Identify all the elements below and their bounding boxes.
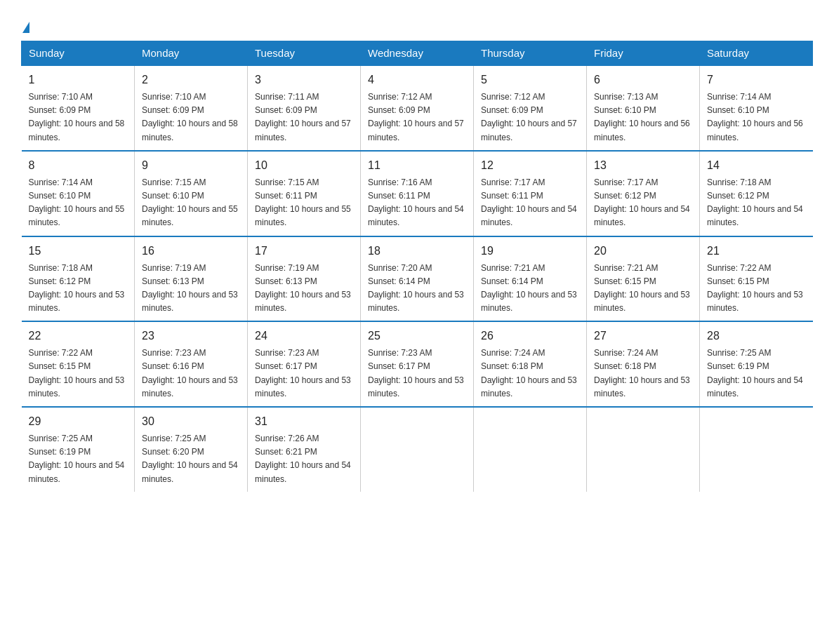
day-number: 4 (368, 72, 466, 88)
day-number: 20 (594, 243, 692, 260)
day-number: 31 (255, 413, 353, 430)
day-number: 30 (142, 413, 240, 430)
calendar-cell: 14 Sunrise: 7:18 AMSunset: 6:12 PMDaylig… (700, 151, 813, 236)
day-info: Sunrise: 7:10 AMSunset: 6:09 PMDaylight:… (142, 92, 238, 142)
calendar-cell: 4 Sunrise: 7:12 AMSunset: 6:09 PMDayligh… (361, 65, 474, 151)
calendar-table: Sunday Monday Tuesday Wednesday Thursday… (21, 41, 813, 492)
day-info: Sunrise: 7:25 AMSunset: 6:19 PMDaylight:… (29, 434, 125, 484)
calendar-cell: 26 Sunrise: 7:24 AMSunset: 6:18 PMDaylig… (474, 321, 587, 407)
calendar-body: 1 Sunrise: 7:10 AMSunset: 6:09 PMDayligh… (22, 65, 813, 492)
calendar-week-row: 22 Sunrise: 7:22 AMSunset: 6:15 PMDaylig… (22, 321, 813, 407)
day-info: Sunrise: 7:13 AMSunset: 6:10 PMDaylight:… (594, 92, 690, 142)
calendar-week-row: 8 Sunrise: 7:14 AMSunset: 6:10 PMDayligh… (22, 151, 813, 236)
logo (21, 14, 29, 34)
day-info: Sunrise: 7:12 AMSunset: 6:09 PMDaylight:… (368, 92, 464, 142)
day-info: Sunrise: 7:15 AMSunset: 6:10 PMDaylight:… (142, 177, 238, 228)
day-info: Sunrise: 7:22 AMSunset: 6:15 PMDaylight:… (29, 348, 125, 398)
day-number: 27 (594, 328, 692, 344)
calendar-cell: 7 Sunrise: 7:14 AMSunset: 6:10 PMDayligh… (700, 65, 813, 151)
day-info: Sunrise: 7:22 AMSunset: 6:15 PMDaylight:… (707, 263, 803, 314)
day-number: 13 (594, 157, 692, 174)
day-number: 19 (481, 243, 579, 260)
day-info: Sunrise: 7:15 AMSunset: 6:11 PMDaylight:… (255, 177, 351, 228)
day-info: Sunrise: 7:17 AMSunset: 6:12 PMDaylight:… (594, 177, 690, 228)
calendar-cell (474, 407, 587, 492)
day-number: 7 (707, 72, 806, 88)
day-info: Sunrise: 7:10 AMSunset: 6:09 PMDaylight:… (29, 92, 125, 142)
calendar-cell: 19 Sunrise: 7:21 AMSunset: 6:14 PMDaylig… (474, 236, 587, 322)
day-number: 9 (142, 157, 240, 174)
col-thursday: Thursday (474, 41, 587, 66)
calendar-cell: 18 Sunrise: 7:20 AMSunset: 6:14 PMDaylig… (361, 236, 474, 322)
col-sunday: Sunday (22, 41, 135, 66)
day-info: Sunrise: 7:16 AMSunset: 6:11 PMDaylight:… (368, 177, 464, 228)
day-number: 6 (594, 72, 692, 88)
logo-top-row (21, 14, 29, 34)
day-number: 21 (707, 243, 806, 260)
calendar-cell: 30 Sunrise: 7:25 AMSunset: 6:20 PMDaylig… (135, 407, 248, 492)
day-number: 23 (142, 328, 240, 344)
day-number: 5 (481, 72, 579, 88)
calendar-cell: 24 Sunrise: 7:23 AMSunset: 6:17 PMDaylig… (248, 321, 361, 407)
day-info: Sunrise: 7:21 AMSunset: 6:14 PMDaylight:… (481, 263, 577, 314)
day-number: 28 (707, 328, 806, 344)
calendar-cell: 31 Sunrise: 7:26 AMSunset: 6:21 PMDaylig… (248, 407, 361, 492)
calendar-cell: 23 Sunrise: 7:23 AMSunset: 6:16 PMDaylig… (135, 321, 248, 407)
calendar-cell: 13 Sunrise: 7:17 AMSunset: 6:12 PMDaylig… (587, 151, 700, 236)
day-number: 15 (29, 243, 128, 260)
day-info: Sunrise: 7:19 AMSunset: 6:13 PMDaylight:… (255, 263, 351, 314)
calendar-cell: 9 Sunrise: 7:15 AMSunset: 6:10 PMDayligh… (135, 151, 248, 236)
calendar-cell: 25 Sunrise: 7:23 AMSunset: 6:17 PMDaylig… (361, 321, 474, 407)
day-number: 26 (481, 328, 579, 344)
day-info: Sunrise: 7:20 AMSunset: 6:14 PMDaylight:… (368, 263, 464, 314)
calendar-cell: 21 Sunrise: 7:22 AMSunset: 6:15 PMDaylig… (700, 236, 813, 322)
day-info: Sunrise: 7:17 AMSunset: 6:11 PMDaylight:… (481, 177, 577, 228)
day-number: 14 (707, 157, 806, 174)
day-number: 25 (368, 328, 466, 344)
day-info: Sunrise: 7:25 AMSunset: 6:19 PMDaylight:… (707, 348, 803, 398)
day-info: Sunrise: 7:25 AMSunset: 6:20 PMDaylight:… (142, 434, 238, 484)
col-wednesday: Wednesday (361, 41, 474, 66)
col-saturday: Saturday (700, 41, 813, 66)
calendar-cell: 15 Sunrise: 7:18 AMSunset: 6:12 PMDaylig… (22, 236, 135, 322)
calendar-week-row: 29 Sunrise: 7:25 AMSunset: 6:19 PMDaylig… (22, 407, 813, 492)
page-header (21, 14, 813, 34)
day-info: Sunrise: 7:24 AMSunset: 6:18 PMDaylight:… (481, 348, 577, 398)
day-info: Sunrise: 7:19 AMSunset: 6:13 PMDaylight:… (142, 263, 238, 314)
day-info: Sunrise: 7:26 AMSunset: 6:21 PMDaylight:… (255, 434, 351, 484)
day-number: 12 (481, 157, 579, 174)
calendar-cell: 8 Sunrise: 7:14 AMSunset: 6:10 PMDayligh… (22, 151, 135, 236)
day-number: 24 (255, 328, 353, 344)
day-number: 18 (368, 243, 466, 260)
day-number: 10 (255, 157, 353, 174)
col-monday: Monday (135, 41, 248, 66)
day-number: 2 (142, 72, 240, 88)
calendar-cell: 3 Sunrise: 7:11 AMSunset: 6:09 PMDayligh… (248, 65, 361, 151)
calendar-cell: 10 Sunrise: 7:15 AMSunset: 6:11 PMDaylig… (248, 151, 361, 236)
day-info: Sunrise: 7:23 AMSunset: 6:17 PMDaylight:… (368, 348, 464, 398)
calendar-cell: 6 Sunrise: 7:13 AMSunset: 6:10 PMDayligh… (587, 65, 700, 151)
calendar-cell: 1 Sunrise: 7:10 AMSunset: 6:09 PMDayligh… (22, 65, 135, 151)
calendar-cell: 22 Sunrise: 7:22 AMSunset: 6:15 PMDaylig… (22, 321, 135, 407)
day-info: Sunrise: 7:23 AMSunset: 6:17 PMDaylight:… (255, 348, 351, 398)
day-number: 1 (29, 72, 128, 88)
calendar-cell: 11 Sunrise: 7:16 AMSunset: 6:11 PMDaylig… (361, 151, 474, 236)
day-info: Sunrise: 7:24 AMSunset: 6:18 PMDaylight:… (594, 348, 690, 398)
calendar-cell: 27 Sunrise: 7:24 AMSunset: 6:18 PMDaylig… (587, 321, 700, 407)
calendar-cell (587, 407, 700, 492)
calendar-week-row: 1 Sunrise: 7:10 AMSunset: 6:09 PMDayligh… (22, 65, 813, 151)
calendar-week-row: 15 Sunrise: 7:18 AMSunset: 6:12 PMDaylig… (22, 236, 813, 322)
logo-triangle-icon (22, 22, 29, 33)
day-info: Sunrise: 7:18 AMSunset: 6:12 PMDaylight:… (29, 263, 125, 314)
calendar-cell: 17 Sunrise: 7:19 AMSunset: 6:13 PMDaylig… (248, 236, 361, 322)
day-info: Sunrise: 7:14 AMSunset: 6:10 PMDaylight:… (707, 92, 803, 142)
calendar-cell (700, 407, 813, 492)
day-number: 3 (255, 72, 353, 88)
calendar-cell: 20 Sunrise: 7:21 AMSunset: 6:15 PMDaylig… (587, 236, 700, 322)
calendar-header: Sunday Monday Tuesday Wednesday Thursday… (22, 41, 813, 66)
day-info: Sunrise: 7:11 AMSunset: 6:09 PMDaylight:… (255, 92, 351, 142)
day-info: Sunrise: 7:14 AMSunset: 6:10 PMDaylight:… (29, 177, 125, 228)
day-info: Sunrise: 7:23 AMSunset: 6:16 PMDaylight:… (142, 348, 238, 398)
day-info: Sunrise: 7:18 AMSunset: 6:12 PMDaylight:… (707, 177, 803, 228)
day-info: Sunrise: 7:21 AMSunset: 6:15 PMDaylight:… (594, 263, 690, 314)
